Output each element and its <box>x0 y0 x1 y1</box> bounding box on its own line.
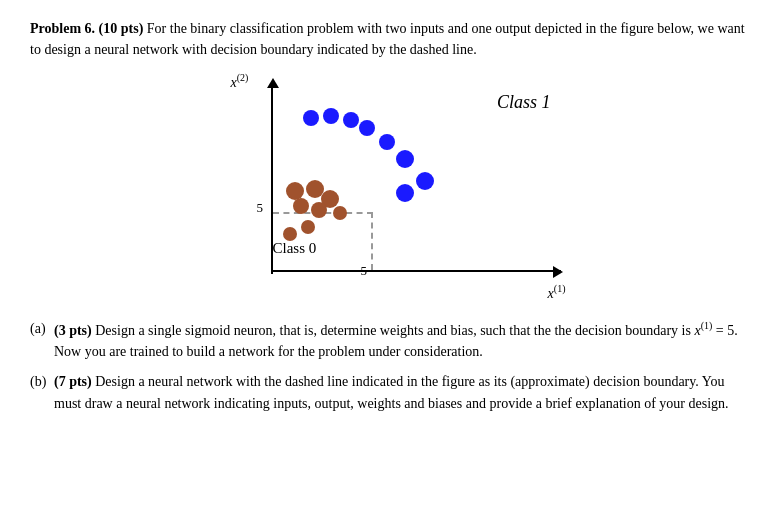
brown-dot <box>311 202 327 218</box>
y-axis-arrow <box>267 78 279 88</box>
y-axis-label: x(2) <box>231 72 249 91</box>
parts-section: (a) (3 pts) Design a single sigmoid neur… <box>30 318 751 414</box>
brown-dot <box>283 227 297 241</box>
class0-label: Class 0 <box>273 240 317 257</box>
part-a-label: (a) <box>30 318 50 363</box>
part-a-points: (3 pts) <box>54 323 92 338</box>
part-a-content: (3 pts) Design a single sigmoid neuron, … <box>54 318 751 363</box>
x-axis-arrow <box>553 266 563 278</box>
blue-dot <box>323 108 339 124</box>
part-b: (b) (7 pts) Design a neural network with… <box>30 371 751 414</box>
blue-dot <box>396 184 414 202</box>
figure-container: x(2) x(1) 5 5 Class 1 Class 0 <box>30 72 751 302</box>
brown-dot <box>333 206 347 220</box>
class1-label: Class 1 <box>497 92 551 113</box>
y-tick-5: 5 <box>257 200 264 216</box>
part-b-points: (7 pts) <box>54 374 92 389</box>
brown-dot <box>293 198 309 214</box>
x-tick-5: 5 <box>361 263 368 279</box>
problem-number: Problem 6. <box>30 21 95 36</box>
part-b-label: (b) <box>30 371 50 414</box>
blue-dot <box>343 112 359 128</box>
chart-area: x(2) x(1) 5 5 Class 1 Class 0 <box>221 72 561 302</box>
problem-header: Problem 6. (10 pts) For the binary class… <box>30 18 751 60</box>
blue-dot <box>303 110 319 126</box>
brown-dot <box>301 220 315 234</box>
blue-dot <box>359 120 375 136</box>
part-b-content: (7 pts) Design a neural network with the… <box>54 371 751 414</box>
blue-dot <box>416 172 434 190</box>
blue-dot <box>396 150 414 168</box>
problem-points: (10 pts) <box>99 21 144 36</box>
dashed-vertical-boundary <box>371 212 373 270</box>
x-axis <box>271 270 561 272</box>
problem-statement: Problem 6. (10 pts) For the binary class… <box>30 18 751 414</box>
part-a: (a) (3 pts) Design a single sigmoid neur… <box>30 318 751 363</box>
blue-dot <box>379 134 395 150</box>
x-axis-label: x(1) <box>548 283 566 302</box>
